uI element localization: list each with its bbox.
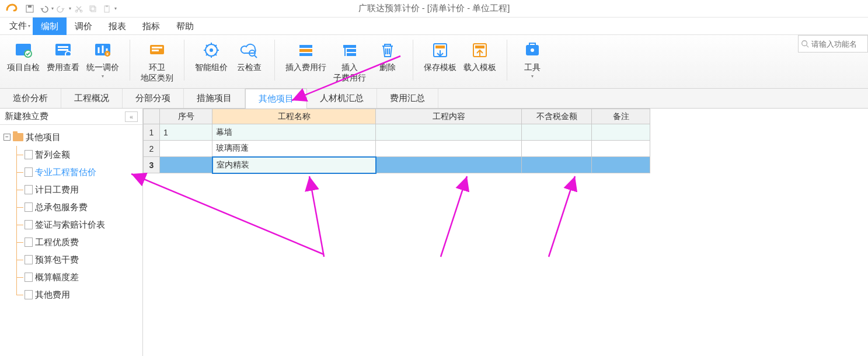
svg-rect-20 (152, 50, 159, 51)
save-template-button[interactable]: 保存模板 (424, 40, 456, 72)
cell[interactable]: 1 (160, 124, 212, 141)
col-header[interactable]: 工程内容 (376, 109, 522, 124)
title-bar: ▾ ▾ ▾ 广联达预算计价 - [清单计价 - 单位工程] (0, 0, 868, 18)
svg-rect-13 (58, 49, 68, 51)
menu-编制[interactable]: 编制 (33, 18, 67, 35)
tree-item-签证与索赔计价表[interactable]: 签证与索赔计价表 (0, 216, 142, 233)
tab-造价分析[interactable]: 造价分析 (0, 89, 61, 108)
cell[interactable]: 2 (144, 141, 160, 157)
tab-费用汇总[interactable]: 费用汇总 (377, 89, 438, 108)
tab-措施项目[interactable]: 措施项目 (184, 89, 245, 108)
tree-root-other-items[interactable]: − 其他项目 (0, 128, 142, 146)
search-input[interactable] (811, 40, 864, 48)
collapse-icon[interactable]: « (125, 111, 138, 122)
menu-指标[interactable]: 指标 (134, 18, 168, 35)
collapse-toggle-icon[interactable]: − (4, 134, 11, 141)
menu-bar: 文件 ▾ 编制调价报表指标帮助 (0, 18, 868, 35)
tree-item-总承包服务费[interactable]: 总承包服务费 (0, 198, 142, 216)
col-header[interactable]: 序号 (160, 109, 212, 124)
cell[interactable]: 室内精装 (212, 157, 376, 173)
undo-dropdown-icon[interactable]: ▾ (51, 6, 54, 11)
load-template-button[interactable]: 载入模板 (463, 40, 496, 72)
col-header[interactable]: 工程名称 (212, 109, 376, 124)
tree-item-暂列金额[interactable]: 暂列金额 (0, 146, 142, 163)
sidebar-tree: − 其他项目 暂列金额专业工程暂估价计日工费用总承包服务费签证与索赔计价表工程优… (0, 125, 142, 307)
sidebar-title[interactable]: 新建独立费 (5, 111, 48, 122)
cell[interactable] (376, 124, 522, 141)
tree-item-概算幅度差[interactable]: 概算幅度差 (0, 268, 142, 286)
cell[interactable] (376, 157, 522, 173)
ribbon-separator (130, 40, 130, 81)
cell[interactable] (160, 141, 212, 157)
table-row[interactable]: 11幕墙 (144, 124, 650, 141)
document-icon (25, 167, 33, 177)
cell[interactable] (522, 124, 592, 141)
unify-price-dropdown-icon[interactable]: ▾ (102, 74, 104, 79)
region-type-button[interactable]: 环卫 地区类别 (141, 40, 173, 83)
cell[interactable]: 3 (144, 157, 160, 173)
menu-帮助[interactable]: 帮助 (168, 18, 202, 35)
document-icon (25, 255, 33, 264)
svg-rect-29 (347, 53, 356, 56)
redo-dropdown-icon[interactable]: ▾ (69, 6, 71, 11)
smart-group-icon (201, 40, 222, 61)
menu-报表[interactable]: 报表 (100, 18, 134, 35)
tree-item-其他费用[interactable]: 其他费用 (0, 286, 142, 303)
save-icon[interactable] (23, 2, 36, 15)
insert-subfee-row-button[interactable]: 插入 子费用行 (333, 40, 366, 83)
main-content: 新建独立费 « − 其他项目 暂列金额专业工程暂估价计日工费用总承包服务费签证与… (0, 109, 868, 356)
col-header[interactable] (144, 109, 160, 124)
col-header[interactable]: 备注 (592, 109, 650, 124)
project-self-check-button[interactable]: 项目自检 (7, 40, 40, 72)
table-row[interactable]: 2玻璃雨蓬 (144, 141, 650, 157)
quick-access-toolbar: ▾ ▾ ▾ (23, 2, 117, 15)
cloud-check-button[interactable]: 云检查 (235, 40, 264, 72)
copy-icon[interactable] (86, 2, 99, 15)
sidebar: 新建独立费 « − 其他项目 暂列金额专业工程暂估价计日工费用总承包服务费签证与… (0, 109, 143, 356)
cell[interactable] (592, 157, 650, 173)
redo-icon[interactable] (55, 2, 68, 15)
tree-item-工程优质费[interactable]: 工程优质费 (0, 233, 142, 251)
menu-调价[interactable]: 调价 (67, 18, 100, 35)
document-icon (25, 220, 33, 229)
tab-工程概况[interactable]: 工程概况 (61, 89, 123, 108)
region-type-icon (147, 40, 168, 61)
insert-fee-row-button[interactable]: 插入费用行 (285, 40, 326, 72)
cut-icon[interactable] (72, 2, 85, 15)
tools-icon (522, 40, 543, 61)
cell[interactable] (592, 124, 650, 141)
cell[interactable] (376, 141, 522, 157)
cell[interactable]: 1 (144, 124, 160, 141)
data-grid[interactable]: 序号工程名称工程内容不含税金额备注 11幕墙2玻璃雨蓬3室内精装 (143, 109, 650, 174)
function-search[interactable] (798, 35, 868, 53)
svg-rect-33 (475, 46, 484, 48)
cell[interactable] (160, 157, 212, 173)
tree-item-专业工程暂估价[interactable]: 专业工程暂估价 (0, 163, 142, 181)
col-header[interactable]: 不含税金额 (522, 109, 592, 124)
cell[interactable] (522, 141, 592, 157)
tools-dropdown-icon[interactable]: ▾ (531, 74, 534, 79)
table-row[interactable]: 3室内精装 (144, 157, 650, 173)
cell[interactable] (522, 157, 592, 173)
cell[interactable] (592, 141, 650, 157)
svg-rect-19 (152, 47, 162, 48)
menu-file[interactable]: 文件 ▾ (0, 20, 33, 32)
tools-button[interactable]: 工具 ▾ (518, 40, 547, 79)
delete-button[interactable]: 删除 (373, 40, 402, 72)
smart-group-button[interactable]: 智能组价 (195, 40, 228, 72)
cell[interactable]: 玻璃雨蓬 (212, 141, 376, 157)
unify-price-button[interactable]: ¥ 统一调价 ▾ (86, 40, 119, 79)
svg-rect-7 (106, 5, 108, 7)
cell[interactable]: 幕墙 (212, 124, 376, 141)
tree-item-预算包干费[interactable]: 预算包干费 (0, 251, 142, 268)
undo-icon[interactable] (37, 2, 50, 15)
tree-item-计日工费用[interactable]: 计日工费用 (0, 181, 142, 198)
grid-area: 序号工程名称工程内容不含税金额备注 11幕墙2玻璃雨蓬3室内精装 (143, 109, 868, 356)
fee-view-button[interactable]: 费用查看 (47, 40, 79, 72)
tab-其他项目[interactable]: 其他项目 (245, 89, 307, 109)
tab-人材机汇总[interactable]: 人材机汇总 (307, 89, 377, 108)
tab-分部分项[interactable]: 分部分项 (123, 89, 184, 108)
paste-dropdown-icon[interactable]: ▾ (114, 6, 117, 11)
paste-icon[interactable] (100, 2, 113, 15)
svg-rect-24 (299, 45, 312, 48)
